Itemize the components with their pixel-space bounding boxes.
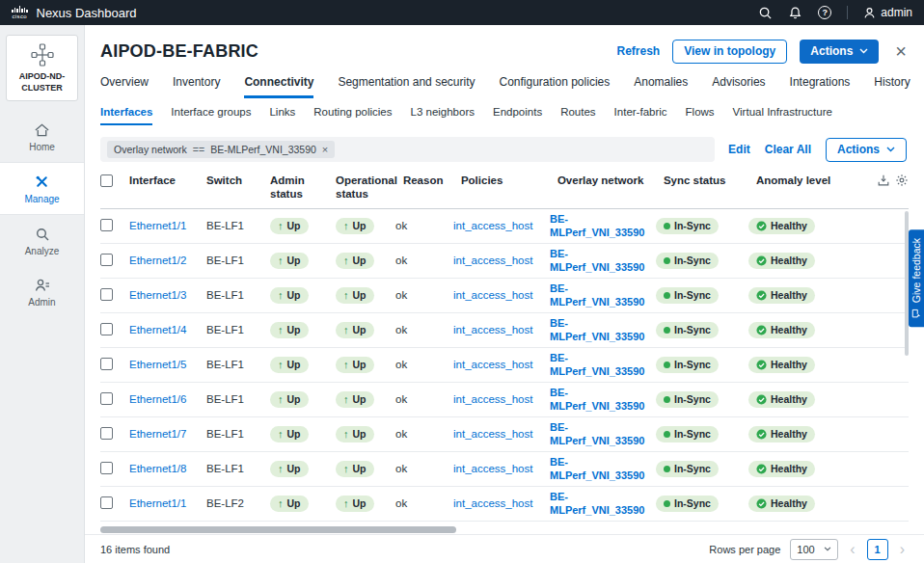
- give-feedback-button[interactable]: Give feedback: [909, 229, 924, 327]
- table-row: Ethernet1/6 BE-LF1 ↑Up ↑Up ok int_access…: [100, 383, 909, 417]
- sidebar-item-analyze[interactable]: Analyze: [0, 215, 84, 266]
- page-number-button[interactable]: 1: [867, 539, 888, 560]
- subtab-l3-neighbors[interactable]: L3 neighbors: [411, 106, 476, 125]
- up-arrow-icon: ↑: [278, 394, 284, 405]
- tab-segmentation-and-security[interactable]: Segmentation and security: [338, 75, 475, 98]
- overlay-network-link[interactable]: BE-MLPerf_VNI_33590: [550, 351, 656, 379]
- overlay-network-link[interactable]: BE-MLPerf_VNI_33590: [550, 212, 656, 240]
- column-header-reason[interactable]: Reason: [403, 174, 461, 187]
- switch-cell: BE-LF1: [206, 324, 270, 335]
- next-page-button[interactable]: ›: [898, 542, 907, 557]
- subtab-routing-policies[interactable]: Routing policies: [313, 106, 392, 125]
- tab-advisories[interactable]: Advisories: [712, 75, 765, 98]
- interface-link[interactable]: Ethernet1/3: [129, 289, 186, 301]
- row-checkbox[interactable]: [100, 323, 113, 335]
- tools-icon: [34, 174, 50, 190]
- interface-link[interactable]: Ethernet1/6: [129, 393, 186, 405]
- search-icon[interactable]: [758, 6, 773, 20]
- tab-integrations[interactable]: Integrations: [790, 75, 851, 98]
- subtab-endpoints[interactable]: Endpoints: [493, 106, 542, 125]
- table-actions-button[interactable]: Actions: [826, 138, 907, 162]
- up-arrow-icon: ↑: [278, 429, 284, 440]
- row-checkbox[interactable]: [100, 254, 113, 266]
- policy-link[interactable]: int_access_host: [453, 289, 532, 301]
- user-menu[interactable]: admin: [863, 6, 912, 19]
- fabric-detail-panel: AIPOD-BE-FABRIC Refresh View in topology…: [85, 25, 924, 563]
- row-checkbox[interactable]: [100, 427, 113, 440]
- row-checkbox[interactable]: [100, 219, 113, 231]
- overlay-network-link[interactable]: BE-MLPerf_VNI_33590: [550, 490, 656, 518]
- sidebar-item-admin[interactable]: Admin: [0, 266, 84, 317]
- tab-inventory[interactable]: Inventory: [173, 75, 220, 98]
- column-header-admin-status[interactable]: Admin status: [270, 174, 336, 201]
- chip-remove-icon[interactable]: ×: [322, 145, 328, 155]
- filter-input[interactable]: Overlay network == BE-MLPerf_VNI_33590 ×: [100, 137, 715, 162]
- interface-link[interactable]: Ethernet1/1: [129, 220, 186, 231]
- policy-link[interactable]: int_access_host: [453, 393, 532, 405]
- policy-link[interactable]: int_access_host: [453, 220, 532, 231]
- column-header-policies[interactable]: Policies: [461, 174, 557, 187]
- column-header-switch[interactable]: Switch: [206, 174, 270, 187]
- interface-link[interactable]: Ethernet1/7: [129, 428, 186, 440]
- overlay-network-link[interactable]: BE-MLPerf_VNI_33590: [550, 282, 656, 309]
- subtab-flows[interactable]: Flows: [686, 106, 715, 125]
- help-icon[interactable]: ?: [818, 6, 831, 19]
- subtab-routes[interactable]: Routes: [560, 106, 595, 125]
- tab-overview[interactable]: Overview: [100, 75, 149, 98]
- green-dot-icon: [664, 431, 670, 438]
- edit-filter-link[interactable]: Edit: [728, 143, 750, 156]
- refresh-link[interactable]: Refresh: [616, 44, 660, 58]
- policy-link[interactable]: int_access_host: [453, 359, 532, 370]
- subtab-interfaces[interactable]: Interfaces: [100, 106, 152, 125]
- overlay-network-link[interactable]: BE-MLPerf_VNI_33590: [550, 386, 656, 414]
- row-checkbox[interactable]: [100, 462, 113, 474]
- column-header-anomaly-level[interactable]: Anomaly level: [756, 174, 876, 187]
- column-header-interface[interactable]: Interface: [129, 174, 206, 187]
- table-settings-gear-icon[interactable]: [895, 174, 909, 187]
- interface-link[interactable]: Ethernet1/8: [129, 463, 186, 474]
- close-icon[interactable]: ×: [895, 41, 907, 61]
- overlay-network-link[interactable]: BE-MLPerf_VNI_33590: [550, 455, 656, 483]
- page-actions-button[interactable]: Actions: [800, 40, 879, 64]
- tab-history[interactable]: History: [874, 75, 910, 98]
- column-header-overlay-network[interactable]: Overlay network: [557, 174, 664, 187]
- tab-connectivity[interactable]: Connectivity: [244, 75, 313, 98]
- rows-per-page-select[interactable]: 100: [790, 539, 838, 560]
- tab-configuration-policies[interactable]: Configuration policies: [499, 75, 610, 98]
- user-icon: [863, 7, 876, 19]
- interface-link[interactable]: Ethernet1/1: [129, 497, 186, 509]
- overlay-network-link[interactable]: BE-MLPerf_VNI_33590: [550, 420, 656, 448]
- interface-link[interactable]: Ethernet1/4: [129, 324, 186, 335]
- interface-link[interactable]: Ethernet1/5: [129, 359, 186, 370]
- tab-anomalies[interactable]: Anomalies: [634, 75, 688, 98]
- policy-link[interactable]: int_access_host: [453, 463, 532, 474]
- overlay-network-link[interactable]: BE-MLPerf_VNI_33590: [550, 247, 656, 275]
- clear-all-link[interactable]: Clear All: [765, 143, 811, 156]
- row-checkbox[interactable]: [100, 358, 113, 370]
- select-all-checkbox[interactable]: [100, 174, 113, 187]
- column-header-sync-status[interactable]: Sync status: [664, 174, 756, 187]
- reason-cell: ok: [395, 359, 453, 370]
- notifications-bell-icon[interactable]: [788, 6, 802, 20]
- policy-link[interactable]: int_access_host: [453, 428, 532, 440]
- policy-link[interactable]: int_access_host: [453, 497, 532, 509]
- view-in-topology-button[interactable]: View in topology: [672, 40, 787, 64]
- subtab-links[interactable]: Links: [269, 106, 295, 125]
- subtab-interface-groups[interactable]: Interface groups: [171, 106, 251, 125]
- column-header-operational-status[interactable]: Operational status: [336, 174, 403, 201]
- interface-link[interactable]: Ethernet1/2: [129, 255, 186, 266]
- policy-link[interactable]: int_access_host: [453, 324, 532, 335]
- row-checkbox[interactable]: [100, 288, 113, 301]
- sidebar-item-home[interactable]: Home: [0, 111, 84, 162]
- previous-page-button[interactable]: ‹: [848, 542, 856, 557]
- subtab-virtual-infrastructure[interactable]: Virtual Infrastructure: [733, 106, 832, 125]
- export-icon[interactable]: [877, 174, 890, 187]
- sidebar-item-manage[interactable]: Manage: [0, 162, 84, 215]
- row-checkbox[interactable]: [100, 496, 113, 509]
- horizontal-scrollbar[interactable]: [100, 526, 456, 533]
- overlay-network-link[interactable]: BE-MLPerf_VNI_33590: [550, 316, 656, 344]
- row-checkbox[interactable]: [100, 392, 113, 405]
- policy-link[interactable]: int_access_host: [453, 255, 532, 266]
- subtab-inter-fabric[interactable]: Inter-fabric: [614, 106, 667, 125]
- cluster-selector[interactable]: AIPOD-ND-CLUSTER: [6, 35, 78, 101]
